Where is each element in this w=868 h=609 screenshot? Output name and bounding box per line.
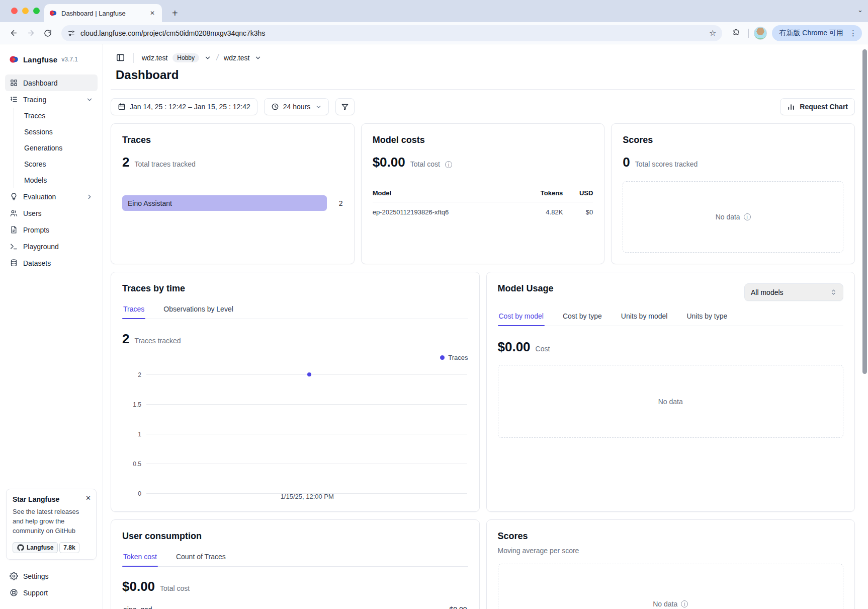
model-costs-label: Total cost <box>410 160 440 168</box>
tab-token-cost[interactable]: Token cost <box>122 551 158 566</box>
traces-total-label: Total traces tracked <box>134 160 195 168</box>
sidebar-item-label: Prompts <box>23 226 93 234</box>
sidebar-item-generations[interactable]: Generations <box>24 140 98 156</box>
chevron-down-icon <box>86 96 93 103</box>
brand-row[interactable]: Langfuse v3.7.1 <box>5 51 98 74</box>
card-title: Traces by time <box>122 283 468 294</box>
chrome-update-button[interactable]: 有新版 Chrome 可用 ⋮ <box>772 25 862 41</box>
sidebar-item-tracing[interactable]: Tracing <box>5 91 98 108</box>
zoom-window-button[interactable] <box>33 8 40 14</box>
tab-count-of-traces[interactable]: Count of Traces <box>175 551 227 566</box>
tab-units-by-type[interactable]: Units by type <box>685 310 728 326</box>
scores-empty-state: No data i <box>623 181 843 253</box>
traces-tracked-label: Traces tracked <box>134 337 181 345</box>
sidebar-item-label: Playground <box>23 243 93 251</box>
y-tick: 0 <box>122 490 141 497</box>
sidebar-item-playground[interactable]: Playground <box>5 238 98 255</box>
info-icon[interactable]: i <box>445 161 452 168</box>
database-icon <box>10 259 18 267</box>
scores-card-top: Scores 0 Total scores tracked No data i <box>611 123 855 264</box>
page-header: wdz.test Hobby / wdz.test Dashboard <box>111 44 855 90</box>
y-tick: 1.5 <box>122 401 141 408</box>
sidebar-item-sessions[interactable]: Sessions <box>24 124 98 140</box>
sidebar-item-users[interactable]: Users <box>5 205 98 221</box>
sidebar: Langfuse v3.7.1 Dashboard Tracing Traces… <box>0 44 103 609</box>
scores-card-bottom: Scores Moving average per score No data … <box>486 519 855 609</box>
bookmark-star-icon[interactable]: ☆ <box>709 28 716 38</box>
no-data-label: No data <box>653 600 677 608</box>
trace-name-row: Eino Assistant 2 <box>122 195 343 211</box>
browser-toolbar: cloud.langfuse.com/project/cm50idm0208mx… <box>0 22 868 44</box>
chevron-down-icon[interactable] <box>254 54 262 61</box>
tracing-submenu: Traces Sessions Generations Scores Model… <box>14 108 98 188</box>
sidebar-toggle-icon[interactable] <box>116 53 125 62</box>
filter-button[interactable] <box>335 98 355 115</box>
sidebar-item-dashboard[interactable]: Dashboard <box>5 74 98 91</box>
sub-item-label: Generations <box>24 144 62 152</box>
user-consumption-row[interactable]: eino_god $0.00 <box>122 605 468 609</box>
scores-subtitle: Moving average per score <box>498 547 844 555</box>
close-icon[interactable]: ✕ <box>85 494 91 502</box>
close-window-button[interactable] <box>11 8 18 14</box>
sidebar-item-models[interactable]: Models <box>24 172 98 188</box>
profile-avatar[interactable] <box>754 27 767 40</box>
breadcrumb: wdz.test Hobby / wdz.test <box>116 52 855 63</box>
sidebar-item-support[interactable]: Support <box>5 584 98 601</box>
chrome-update-label: 有新版 Chrome 可用 <box>779 29 843 38</box>
breadcrumb-project[interactable]: wdz.test <box>224 54 249 62</box>
tab-cost-by-model[interactable]: Cost by model <box>498 310 545 326</box>
extensions-icon[interactable] <box>728 26 743 41</box>
time-preset-select[interactable]: 24 hours <box>264 98 329 115</box>
page-scrollbar[interactable] <box>861 44 868 609</box>
model-usage-tabs: Cost by model Cost by type Units by mode… <box>498 310 844 326</box>
url-bar[interactable]: cloud.langfuse.com/project/cm50idm0208mx… <box>61 25 722 41</box>
users-icon <box>10 209 18 217</box>
info-icon[interactable]: i <box>744 213 751 220</box>
scrollbar-thumb[interactable] <box>862 49 867 374</box>
macos-traffic-lights <box>11 8 40 14</box>
table-row[interactable]: ep-20250112193826-xftq6 4.82K $0 <box>373 202 593 219</box>
github-star-button[interactable]: Langfuse <box>13 542 58 553</box>
tab-title: Dashboard | Langfuse <box>61 10 144 17</box>
new-tab-button[interactable]: + <box>168 8 182 19</box>
terminal-icon <box>10 242 18 251</box>
all-models-select[interactable]: All models <box>744 283 843 301</box>
site-settings-icon[interactable] <box>67 29 75 37</box>
sidebar-item-prompts[interactable]: Prompts <box>5 221 98 238</box>
tab-observations-by-level[interactable]: Observations by Level <box>162 303 234 319</box>
date-range-picker[interactable]: Jan 14, 25 : 12:42 – Jan 15, 25 : 12:42 <box>111 98 257 115</box>
y-tick: 1 <box>122 431 141 438</box>
tab-search-icon[interactable]: ⌄ <box>857 6 863 14</box>
back-button[interactable] <box>6 26 21 41</box>
traces-by-time-tabs: Traces Observations by Level <box>122 303 468 319</box>
forward-button[interactable] <box>23 26 38 41</box>
chart-legend: Traces <box>122 354 468 361</box>
sidebar-item-datasets[interactable]: Datasets <box>5 255 98 271</box>
sidebar-item-scores[interactable]: Scores <box>24 156 98 172</box>
request-chart-button[interactable]: Request Chart <box>780 98 855 115</box>
browser-tab[interactable]: Dashboard | Langfuse ✕ <box>44 4 162 22</box>
tab-close-icon[interactable]: ✕ <box>148 9 157 18</box>
bar-chart-icon <box>787 103 795 111</box>
y-tick: 0.5 <box>122 461 141 468</box>
trace-name-bar[interactable]: Eino Assistant <box>122 195 327 211</box>
reload-button[interactable] <box>40 26 55 41</box>
chevron-down-icon[interactable] <box>204 54 211 61</box>
data-point-traces[interactable] <box>307 372 311 376</box>
tab-traces[interactable]: Traces <box>122 303 145 319</box>
chrome-menu-icon[interactable]: ⋮ <box>847 29 859 38</box>
scores-total: 0 <box>623 155 630 170</box>
langfuse-favicon <box>49 9 57 17</box>
toolbar-divider <box>748 29 749 38</box>
col-header-model: Model <box>373 186 518 202</box>
sidebar-item-evaluation[interactable]: Evaluation <box>5 188 98 205</box>
sidebar-item-settings[interactable]: Settings <box>5 568 98 584</box>
breadcrumb-org[interactable]: wdz.test <box>142 54 167 62</box>
breadcrumb-separator: / <box>216 52 220 63</box>
url-text: cloud.langfuse.com/project/cm50idm0208mx… <box>80 29 704 37</box>
sidebar-item-traces[interactable]: Traces <box>24 108 98 124</box>
minimize-window-button[interactable] <box>22 8 29 14</box>
tab-cost-by-type[interactable]: Cost by type <box>562 310 603 326</box>
info-icon[interactable]: i <box>681 600 688 607</box>
tab-units-by-model[interactable]: Units by model <box>620 310 669 326</box>
